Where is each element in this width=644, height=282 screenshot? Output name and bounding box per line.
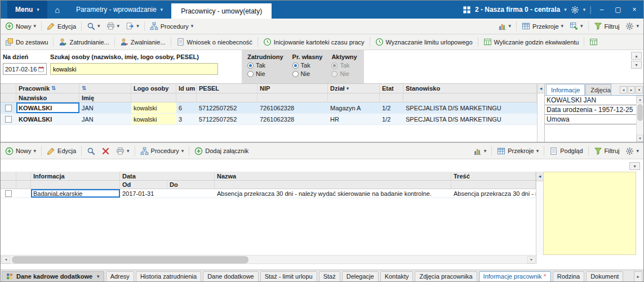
cell-nip[interactable]: 7261062328 (257, 114, 328, 125)
new-button[interactable]: Nowy ▾ (2, 21, 39, 32)
settings-button[interactable]: ▾ (623, 146, 642, 156)
header-select-column[interactable] (1, 172, 16, 181)
cell-nazwa[interactable]: Absencja przekracza 30 dni - należy wyda… (215, 189, 451, 198)
tab-scroll-left-button[interactable]: ◂ (620, 86, 627, 93)
sort-icon[interactable]: ⇅ (82, 86, 86, 91)
delete-button[interactable] (99, 146, 113, 156)
bottom-tab-dane-dodatkowe[interactable]: Dane dodatkowe (203, 271, 259, 282)
row-checkbox-cell[interactable] (1, 102, 16, 114)
extra-action-button[interactable] (587, 37, 601, 47)
add-attachment-button[interactable]: Dodaj załącznik (192, 146, 251, 156)
export-grid-button[interactable]: ▾ (567, 21, 586, 32)
header-select-column[interactable] (1, 84, 16, 93)
dataset-selector[interactable]: Dane kadrowe dodatkowe ▾ (2, 271, 104, 282)
radio-icon[interactable] (292, 71, 299, 77)
cell-nazwisko[interactable]: KOWALSKI (16, 102, 79, 114)
hire-button[interactable]: Zatrudnianie... (56, 37, 112, 47)
checkbox[interactable] (5, 105, 12, 111)
calendar-icon[interactable] (38, 66, 45, 73)
chevron-down-icon[interactable]: ▾ (347, 86, 349, 91)
close-button[interactable]: × (628, 3, 641, 16)
bottom-tab-kontakty[interactable]: Kontakty (380, 271, 414, 282)
employee-row[interactable]: KOWALSKI JAN kowalski 6 57122507252 7261… (1, 102, 537, 114)
cell-etat[interactable]: 1/2 (380, 114, 403, 125)
own-worker-no-option[interactable]: Nie (292, 70, 323, 77)
column-header-od[interactable]: Od (120, 181, 167, 189)
company-selector-label[interactable]: 2 - Nasza firma 0 - centrala (475, 6, 560, 14)
radio-selected-icon[interactable] (292, 62, 299, 69)
settings-button[interactable]: ▾ (623, 21, 642, 32)
bottom-tab-informacje-pracownik[interactable]: Informacje pracownik × (479, 271, 551, 282)
radio-selected-icon[interactable] (247, 62, 254, 69)
collapse-up-button[interactable]: ▴ (631, 52, 642, 60)
employees-panel-splitter[interactable]: ◂ (537, 84, 544, 142)
tab-pracownicy-umowy[interactable]: Pracownicy - umowy(etaty) (171, 3, 272, 19)
bottom-tab-staz-limit-urlopu[interactable]: Staż - limit urlopu (260, 271, 317, 282)
column-header-data[interactable]: Data (120, 172, 215, 181)
bottom-tab-zdjecia-pracownika[interactable]: Zdjęcia pracownika (415, 271, 477, 282)
details-panel-splitter[interactable]: ◂ (536, 172, 543, 255)
column-header-nip[interactable]: NIP (257, 84, 328, 93)
chart-button[interactable]: ▾ (470, 146, 490, 156)
export-button[interactable]: ▾ (123, 21, 142, 32)
scroll-left-button[interactable]: ◂ (2, 256, 10, 263)
column-header-nazwisko[interactable]: Nazwisko (16, 93, 79, 102)
search-button[interactable] (84, 146, 98, 156)
cell-imie[interactable]: JAN (79, 102, 131, 114)
equivalent-hours-button[interactable]: Wyliczanie godzin ekwiwalentu (481, 37, 582, 47)
absence-request-button[interactable]: Wniosek o nieobecność (174, 37, 255, 47)
cell-stanowisko[interactable]: SPECJALISTA D/S MARKETINGU (403, 114, 537, 125)
scrollbar-thumb[interactable] (637, 104, 643, 121)
details-collapse-button[interactable]: ▾ (629, 162, 640, 170)
print-button[interactable]: ▾ (113, 146, 132, 156)
scroll-right-button[interactable]: ▸ (527, 256, 536, 263)
column-header-nazwa[interactable]: Nazwa (215, 172, 451, 181)
menu-button[interactable]: Menu ▾ (7, 1, 47, 19)
cell-id-um[interactable]: 6 (176, 102, 197, 114)
cell-id-um[interactable]: 3 (176, 114, 197, 125)
own-worker-yes-option[interactable]: Tak (292, 62, 323, 69)
scrollbar-track[interactable] (637, 122, 643, 135)
cell-imie[interactable]: JAN (79, 114, 131, 125)
scroll-down-button[interactable]: ▾ (637, 135, 643, 142)
radio-icon[interactable] (247, 71, 254, 77)
minimize-button[interactable]: – (596, 3, 608, 16)
collapse-down-button[interactable]: ▾ (631, 61, 642, 69)
tab-scroll-right-button[interactable]: ▸ (634, 271, 642, 282)
chevron-down-icon[interactable]: ▾ (583, 7, 586, 12)
init-time-record-button[interactable]: Inicjowanie kartoteki czasu pracy (260, 37, 367, 47)
column-header-logo[interactable]: Logo osoby (131, 84, 176, 93)
tab-parametry-wprowadzanie[interactable]: Parametry - wprowadzanie ▾ (68, 1, 171, 19)
cell-nip[interactable]: 7261062328 (257, 102, 328, 114)
cell-stanowisko[interactable]: SPECJALISTA D/S MARKETINGU (403, 102, 537, 114)
column-header-do[interactable]: Do (167, 181, 215, 189)
terminate-button[interactable]: Zwalnianie... (117, 37, 168, 47)
print-button[interactable]: ▾ (104, 21, 123, 32)
cell-logo[interactable]: kowalski (131, 114, 176, 125)
cell-tresc[interactable]: Absencja przekracza 30 dni - na (451, 189, 536, 198)
details-row[interactable]: BadaniaLekarskie 2017-01-31 Absencja prz… (1, 189, 536, 198)
new-button[interactable]: Nowy ▾ (2, 146, 39, 156)
cell-do[interactable] (167, 189, 215, 198)
employed-no-option[interactable]: Nie (247, 70, 283, 77)
column-header-dzial[interactable]: Dział ▾ (328, 84, 380, 93)
employed-yes-option[interactable]: Tak (247, 62, 283, 69)
apps-grid-icon[interactable] (463, 6, 471, 14)
bottom-tab-dokument[interactable]: Dokument (586, 271, 623, 282)
employee-row[interactable]: KOWALSKI JAN kowalski 3 57122507252 7261… (1, 114, 537, 125)
leave-limit-button[interactable]: Wyznaczanie limitu urlopowego (372, 37, 476, 47)
tab-zdjecia[interactable]: Zdjęcia (585, 84, 611, 95)
details-horizontal-scrollbar[interactable]: ◂ ▸ (1, 255, 537, 264)
add-to-set-button[interactable]: Do zestawu (2, 37, 51, 47)
bottom-tab-adresy[interactable]: Adresy (106, 271, 134, 282)
column-header-id-um[interactable]: Id um (176, 84, 197, 93)
cell-etat[interactable]: 1/2 (380, 102, 403, 114)
bottom-tab-historia-zatrudnienia[interactable]: Historia zatrudnienia (136, 271, 201, 282)
tab-informacje[interactable]: Informacje (546, 84, 585, 95)
scrollbar-track[interactable] (11, 256, 527, 263)
cell-logo[interactable]: kowalski (131, 102, 176, 114)
column-header-pracownik[interactable]: Pracownik ⇅ (16, 84, 79, 93)
scroll-up-button[interactable]: ▴ (637, 96, 643, 103)
tab-scroll-right-button[interactable]: ▸ (628, 86, 635, 93)
cell-pesel[interactable]: 57122507252 (197, 114, 257, 125)
